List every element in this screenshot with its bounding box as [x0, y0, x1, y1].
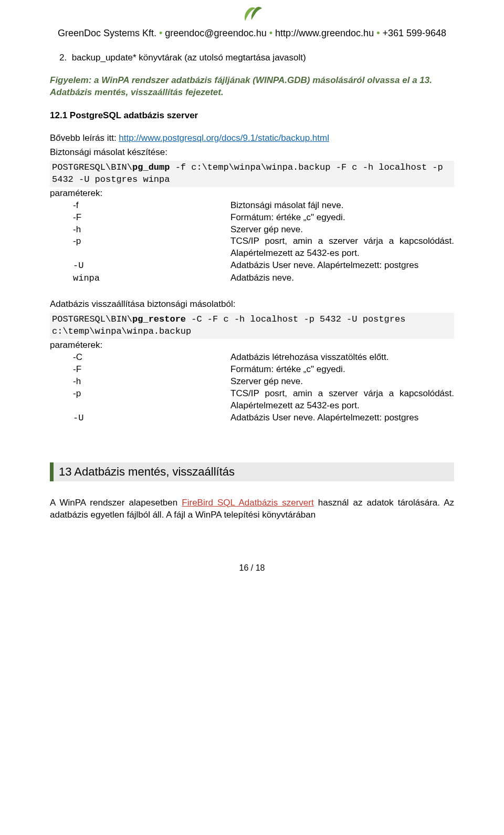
param-desc: TCS/IP posrt, amin a szerver várja a kap…	[230, 235, 454, 260]
header-url: http://www.greendoc.hu	[275, 28, 374, 38]
param-key: -p	[73, 235, 230, 260]
params-label: paraméterek:	[50, 188, 454, 199]
param-row: -FFormátum: értéke „c" egyedi.	[73, 212, 454, 224]
param-desc: Adatbázis User neve. Alapértelmezett: po…	[230, 412, 454, 425]
param-row: -pTCS/IP posrt, amin a szerver várja a k…	[73, 388, 454, 412]
logo-icon	[50, 0, 454, 27]
param-key: -C	[73, 352, 230, 364]
param-key: -U	[73, 260, 230, 272]
param-key: -U	[73, 412, 230, 425]
code-block-dump: POSTGRESQL\BIN\pg_dump -f c:\temp\winpa\…	[50, 161, 454, 187]
param-key: -h	[73, 224, 230, 236]
param-desc: Formátum: értéke „c" egyedi.	[230, 212, 454, 224]
restore-intro: Adatbázis visszaállítása biztonsági máso…	[50, 298, 454, 311]
section-heading-13: 13 Adatbázis mentés, visszaállítás	[50, 462, 454, 481]
header-company: GreenDoc Systems Kft.	[58, 28, 156, 38]
param-row: -UAdatbázis User neve. Alapértelmezett: …	[73, 260, 454, 272]
list-item-2: 2. backup_update* könyvtárak (az utolsó …	[73, 53, 454, 63]
bullet-icon: •	[269, 28, 275, 38]
param-row: -fBiztonsági másolat fájl neve.	[73, 200, 454, 212]
param-row: -CAdatbázis létrehozása visszatöltés elő…	[73, 352, 454, 364]
bullet-icon: •	[376, 28, 382, 38]
cmd-pg-restore: pg_restore	[132, 314, 186, 324]
page-footer: 16 / 18	[50, 563, 454, 573]
param-row: -FFormátum: értéke „c" egyedi.	[73, 364, 454, 376]
param-row: -pTCS/IP posrt, amin a szerver várja a k…	[73, 235, 454, 260]
detail-prefix: Bővebb leírás itt:	[50, 133, 119, 143]
notice-text: Figyelem: a WinPA rendszer adatbázis fáj…	[50, 75, 454, 99]
section-13-paragraph: A WinPA rendszer alapesetben FireBird SQ…	[50, 497, 454, 521]
backup-intro: Biztonsági másolat készítése:	[50, 147, 454, 159]
param-desc: Szerver gép neve.	[230, 224, 454, 236]
header-email: greendoc@greendoc.hu	[165, 28, 266, 38]
bullet-icon: •	[159, 28, 165, 38]
param-row: -hSzerver gép neve.	[73, 224, 454, 236]
param-desc: Adatbázis neve.	[230, 272, 454, 285]
item-text: backup_update* könyvtárak (az utolsó meg…	[72, 53, 306, 63]
param-key: -f	[73, 200, 230, 212]
param-desc: Formátum: értéke „c" egyedi.	[230, 364, 454, 376]
param-key: -p	[73, 388, 230, 412]
postgresql-docs-link[interactable]: http://www.postgresql.org/docs/9.1/stati…	[119, 133, 329, 143]
param-key: -F	[73, 212, 230, 224]
param-key: -h	[73, 376, 230, 388]
param-key: -F	[73, 364, 230, 376]
param-desc: Adatbázis létrehozása visszatöltés előtt…	[230, 352, 454, 364]
header-phone: +361 599-9648	[382, 28, 446, 38]
params-label: paraméterek:	[50, 340, 454, 351]
code-block-restore: POSTGRESQL\BIN\pg_restore -C -F c -h loc…	[50, 313, 454, 339]
param-desc: TCS/IP posrt, amin a szerver várja a kap…	[230, 388, 454, 412]
header-line: GreenDoc Systems Kft. • greendoc@greendo…	[50, 28, 454, 39]
param-desc: Adatbázis User neve. Alapértelmezett: po…	[230, 260, 454, 272]
param-key: winpa	[73, 272, 230, 285]
para-pre: A WinPA rendszer alapesetben	[50, 498, 182, 508]
subheading-12-1: 12.1 PostgreSQL adatbázis szerver	[50, 110, 454, 121]
cmd-pg-dump: pg_dump	[132, 162, 170, 172]
item-number: 2.	[59, 53, 67, 63]
firebird-link[interactable]: FireBird SQL Adatbázis szervert	[182, 498, 313, 508]
param-row: -hSzerver gép neve.	[73, 376, 454, 388]
param-desc: Biztonsági másolat fájl neve.	[230, 200, 454, 212]
param-row: -UAdatbázis User neve. Alapértelmezett: …	[73, 412, 454, 425]
param-row: winpaAdatbázis neve.	[73, 272, 454, 285]
detail-line: Bővebb leírás itt: http://www.postgresql…	[50, 132, 454, 145]
param-desc: Szerver gép neve.	[230, 376, 454, 388]
